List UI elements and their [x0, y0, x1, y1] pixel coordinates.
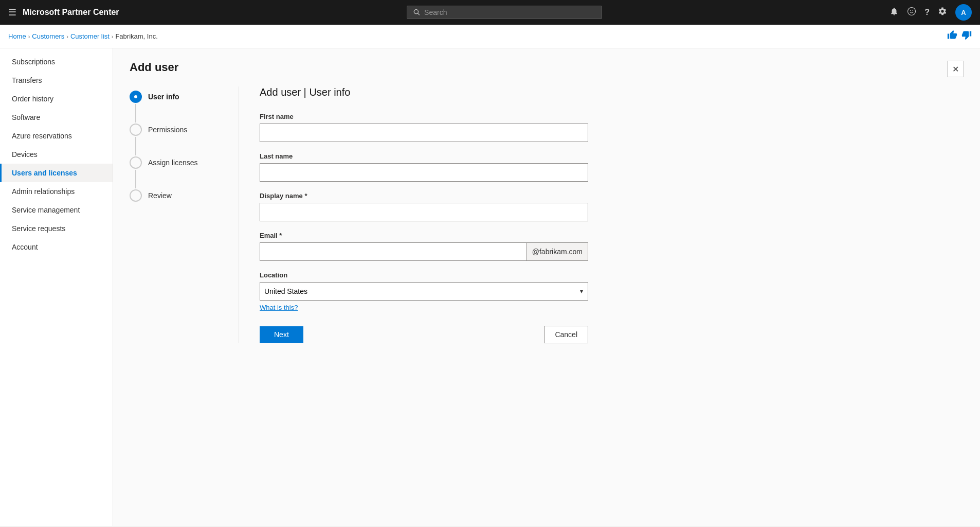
- svg-point-5: [134, 95, 137, 98]
- sidebar-item-account[interactable]: Account: [0, 238, 113, 256]
- stepper-label-assign-licenses: Assign licenses: [148, 159, 198, 167]
- cancel-button[interactable]: Cancel: [544, 326, 588, 343]
- stepper-line-3: [135, 170, 136, 188]
- thumbs-down-button[interactable]: [961, 30, 972, 43]
- breadcrumb-customers[interactable]: Customers: [32, 32, 64, 40]
- last-name-input[interactable]: [260, 163, 588, 182]
- stepper-row-user-info: User info: [130, 91, 179, 103]
- display-name-input[interactable]: [260, 203, 588, 221]
- stepper-label-review: Review: [148, 191, 172, 200]
- email-row: @fabrikam.com: [260, 242, 588, 261]
- page-title: Add user: [130, 61, 178, 74]
- breadcrumb-bar: Home › Customers › Customer list › Fabri…: [0, 25, 980, 48]
- first-name-input[interactable]: [260, 124, 588, 142]
- page-layout: Subscriptions Transfers Order history So…: [0, 48, 980, 526]
- sidebar-item-transfers[interactable]: Transfers: [0, 71, 113, 90]
- stepper-item-assign-licenses: Assign licenses: [130, 156, 222, 189]
- breadcrumb-sep-2: ›: [66, 33, 68, 40]
- sidebar-item-service-management[interactable]: Service management: [0, 201, 113, 219]
- email-label: Email *: [260, 232, 588, 239]
- thumbs-up-button[interactable]: [947, 30, 957, 43]
- stepper-line-2: [135, 137, 136, 155]
- topnav-icons: ? A: [890, 4, 972, 21]
- last-name-label: Last name: [260, 152, 588, 160]
- svg-point-2: [908, 7, 916, 15]
- sidebar-item-order-history[interactable]: Order history: [0, 90, 113, 108]
- sidebar-item-devices[interactable]: Devices: [0, 145, 113, 164]
- email-group: Email * @fabrikam.com: [260, 232, 588, 261]
- form-actions: Next Cancel: [260, 326, 588, 343]
- stepper-row-assign-licenses: Assign licenses: [130, 156, 198, 169]
- help-icon[interactable]: ?: [924, 8, 930, 17]
- display-name-label: Display name *: [260, 192, 588, 200]
- sidebar-item-service-requests[interactable]: Service requests: [0, 219, 113, 238]
- app-title: Microsoft Partner Center: [23, 8, 119, 17]
- breadcrumb-sep-1: ›: [28, 33, 30, 40]
- breadcrumb-actions: [947, 30, 972, 43]
- page-header: Add user ✕: [130, 61, 964, 86]
- breadcrumb-sep-3: ›: [112, 33, 114, 40]
- svg-point-4: [913, 10, 914, 11]
- main-content: Add user ✕ User info: [113, 48, 980, 526]
- location-select-wrap: United States United Kingdom Canada Aust…: [260, 282, 588, 301]
- menu-icon[interactable]: ☰: [8, 7, 16, 18]
- svg-line-1: [418, 13, 420, 15]
- breadcrumb-current: Fabrikam, Inc.: [115, 32, 157, 40]
- first-name-group: First name: [260, 113, 588, 142]
- settings-icon[interactable]: [938, 7, 947, 19]
- email-domain: @fabrikam.com: [527, 242, 588, 261]
- next-button[interactable]: Next: [260, 326, 303, 343]
- svg-point-3: [910, 10, 911, 11]
- breadcrumb-customer-list[interactable]: Customer list: [70, 32, 110, 40]
- breadcrumb-home[interactable]: Home: [8, 32, 26, 40]
- email-input[interactable]: [260, 242, 527, 261]
- stepper-row-review: Review: [130, 189, 172, 202]
- wizard-layout: User info Permissions Assign: [130, 86, 964, 343]
- location-label: Location: [260, 271, 588, 279]
- display-name-group: Display name *: [260, 192, 588, 221]
- sidebar-item-admin-relationships[interactable]: Admin relationships: [0, 182, 113, 201]
- stepper-item-user-info: User info: [130, 91, 222, 124]
- avatar[interactable]: A: [955, 4, 972, 21]
- sidebar: Subscriptions Transfers Order history So…: [0, 48, 113, 526]
- sidebar-item-software[interactable]: Software: [0, 108, 113, 127]
- stepper-line-1: [135, 104, 136, 122]
- notifications-icon[interactable]: [890, 7, 899, 19]
- stepper-row-permissions: Permissions: [130, 124, 187, 136]
- stepper-circle-permissions: [130, 124, 142, 136]
- sidebar-item-subscriptions[interactable]: Subscriptions: [0, 52, 113, 71]
- stepper-circle-user-info: [130, 91, 142, 103]
- form-panel: Add user | User info First name Last nam…: [239, 86, 588, 343]
- search-input[interactable]: [424, 8, 595, 16]
- first-name-label: First name: [260, 113, 588, 120]
- location-group: Location United States United Kingdom Ca…: [260, 271, 588, 311]
- topnav: ☰ Microsoft Partner Center ? A: [0, 0, 980, 25]
- last-name-group: Last name: [260, 152, 588, 182]
- close-button[interactable]: ✕: [947, 61, 964, 77]
- location-select[interactable]: United States United Kingdom Canada Aust…: [260, 282, 588, 301]
- search-icon: [413, 9, 420, 16]
- stepper-label-permissions: Permissions: [148, 126, 187, 134]
- stepper-item-permissions: Permissions: [130, 124, 222, 156]
- sidebar-item-azure-reservations[interactable]: Azure reservations: [0, 127, 113, 145]
- feedback-icon[interactable]: [907, 7, 916, 19]
- search-box: [407, 6, 602, 19]
- stepper-circle-review: [130, 189, 142, 202]
- breadcrumb: Home › Customers › Customer list › Fabri…: [8, 32, 158, 40]
- what-is-this-link[interactable]: What is this?: [260, 304, 298, 311]
- stepper: User info Permissions Assign: [130, 86, 222, 343]
- form-title: Add user | User info: [260, 86, 588, 98]
- sidebar-item-users-and-licenses[interactable]: Users and licenses: [0, 164, 113, 182]
- stepper-label-user-info: User info: [148, 93, 179, 101]
- stepper-circle-assign-licenses: [130, 156, 142, 169]
- stepper-item-review: Review: [130, 189, 222, 202]
